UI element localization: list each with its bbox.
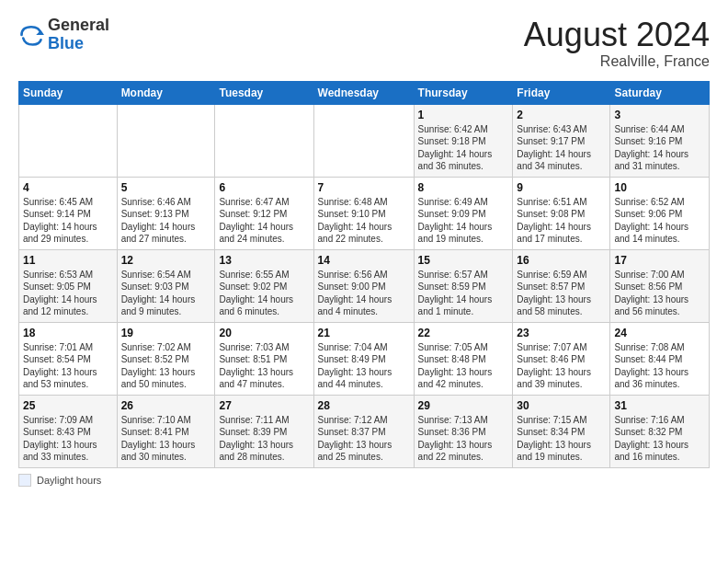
day-info: Sunrise: 7:02 AM Sunset: 8:52 PM Dayligh… xyxy=(121,341,211,391)
day-number: 13 xyxy=(219,254,309,267)
table-row: 7Sunrise: 6:48 AM Sunset: 9:10 PM Daylig… xyxy=(313,177,414,249)
table-row: 13Sunrise: 6:55 AM Sunset: 9:02 PM Dayli… xyxy=(215,249,313,322)
day-number: 26 xyxy=(121,399,211,412)
header-monday: Monday xyxy=(117,81,215,104)
day-number: 5 xyxy=(121,181,211,194)
day-number: 8 xyxy=(418,181,509,194)
table-row: 17Sunrise: 7:00 AM Sunset: 8:56 PM Dayli… xyxy=(610,249,710,322)
day-number: 24 xyxy=(614,327,705,339)
day-info: Sunrise: 6:53 AM Sunset: 9:05 PM Dayligh… xyxy=(23,269,113,318)
table-row: 5Sunrise: 6:46 AM Sunset: 9:13 PM Daylig… xyxy=(117,177,215,249)
table-row xyxy=(117,104,215,177)
day-number: 22 xyxy=(418,327,509,339)
table-row: 18Sunrise: 7:01 AM Sunset: 8:54 PM Dayli… xyxy=(19,322,118,395)
table-row xyxy=(313,104,414,177)
day-number: 29 xyxy=(418,399,509,412)
day-number: 19 xyxy=(121,327,211,339)
header-tuesday: Tuesday xyxy=(215,81,313,104)
title-block: August 2024 Realville, France xyxy=(524,17,710,70)
day-number: 18 xyxy=(23,327,113,339)
table-row: 28Sunrise: 7:12 AM Sunset: 8:37 PM Dayli… xyxy=(313,395,414,467)
day-info: Sunrise: 7:08 AM Sunset: 8:44 PM Dayligh… xyxy=(614,341,705,391)
table-row: 25Sunrise: 7:09 AM Sunset: 8:43 PM Dayli… xyxy=(19,395,118,467)
footer-label: Daylight hours xyxy=(37,475,101,486)
table-row: 2Sunrise: 6:43 AM Sunset: 9:17 PM Daylig… xyxy=(513,104,610,177)
day-number: 10 xyxy=(614,181,705,194)
day-info: Sunrise: 7:03 AM Sunset: 8:51 PM Dayligh… xyxy=(219,341,309,391)
footer-daylight-box xyxy=(18,474,31,487)
day-info: Sunrise: 7:12 AM Sunset: 8:37 PM Dayligh… xyxy=(318,414,410,464)
table-row: 26Sunrise: 7:10 AM Sunset: 8:41 PM Dayli… xyxy=(117,395,215,467)
table-row: 22Sunrise: 7:05 AM Sunset: 8:48 PM Dayli… xyxy=(414,322,513,395)
day-info: Sunrise: 6:47 AM Sunset: 9:12 PM Dayligh… xyxy=(219,196,309,246)
day-number: 16 xyxy=(517,254,606,267)
table-row: 10Sunrise: 6:52 AM Sunset: 9:06 PM Dayli… xyxy=(610,177,710,249)
day-info: Sunrise: 6:49 AM Sunset: 9:09 PM Dayligh… xyxy=(418,196,509,246)
day-info: Sunrise: 6:48 AM Sunset: 9:10 PM Dayligh… xyxy=(318,196,410,246)
table-row: 9Sunrise: 6:51 AM Sunset: 9:08 PM Daylig… xyxy=(513,177,610,249)
header-saturday: Saturday xyxy=(610,81,710,104)
logo-icon xyxy=(18,22,44,48)
day-info: Sunrise: 7:13 AM Sunset: 8:36 PM Dayligh… xyxy=(418,414,509,464)
day-info: Sunrise: 6:56 AM Sunset: 9:00 PM Dayligh… xyxy=(318,269,410,318)
location: Realville, France xyxy=(524,53,710,70)
day-number: 2 xyxy=(517,109,606,121)
day-number: 7 xyxy=(318,181,410,194)
day-number: 20 xyxy=(219,327,309,339)
day-info: Sunrise: 6:44 AM Sunset: 9:16 PM Dayligh… xyxy=(614,123,705,173)
table-row: 31Sunrise: 7:16 AM Sunset: 8:32 PM Dayli… xyxy=(610,395,710,467)
day-info: Sunrise: 6:46 AM Sunset: 9:13 PM Dayligh… xyxy=(121,196,211,246)
month-title: August 2024 xyxy=(524,17,710,53)
day-number: 21 xyxy=(318,327,410,339)
table-row: 4Sunrise: 6:45 AM Sunset: 9:14 PM Daylig… xyxy=(19,177,118,249)
table-row: 16Sunrise: 6:59 AM Sunset: 8:57 PM Dayli… xyxy=(513,249,610,322)
day-number: 27 xyxy=(219,399,309,412)
table-row: 23Sunrise: 7:07 AM Sunset: 8:46 PM Dayli… xyxy=(513,322,610,395)
table-row: 12Sunrise: 6:54 AM Sunset: 9:03 PM Dayli… xyxy=(117,249,215,322)
day-info: Sunrise: 6:43 AM Sunset: 9:17 PM Dayligh… xyxy=(517,123,606,173)
table-row: 30Sunrise: 7:15 AM Sunset: 8:34 PM Dayli… xyxy=(513,395,610,467)
day-number: 17 xyxy=(614,254,705,267)
day-number: 9 xyxy=(517,181,606,194)
table-row: 15Sunrise: 6:57 AM Sunset: 8:59 PM Dayli… xyxy=(414,249,513,322)
table-row: 1Sunrise: 6:42 AM Sunset: 9:18 PM Daylig… xyxy=(414,104,513,177)
day-number: 1 xyxy=(418,109,509,121)
table-row xyxy=(19,104,118,177)
table-row: 29Sunrise: 7:13 AM Sunset: 8:36 PM Dayli… xyxy=(414,395,513,467)
day-info: Sunrise: 6:52 AM Sunset: 9:06 PM Dayligh… xyxy=(614,196,705,246)
day-info: Sunrise: 7:05 AM Sunset: 8:48 PM Dayligh… xyxy=(418,341,509,391)
logo: General Blue xyxy=(18,17,109,53)
calendar-table: Sunday Monday Tuesday Wednesday Thursday… xyxy=(18,81,710,468)
header: General Blue August 2024 Realville, Fran… xyxy=(18,17,710,70)
day-info: Sunrise: 7:15 AM Sunset: 8:34 PM Dayligh… xyxy=(517,414,606,464)
day-number: 15 xyxy=(418,254,509,267)
day-info: Sunrise: 6:54 AM Sunset: 9:03 PM Dayligh… xyxy=(121,269,211,318)
table-row: 21Sunrise: 7:04 AM Sunset: 8:49 PM Dayli… xyxy=(313,322,414,395)
table-row: 6Sunrise: 6:47 AM Sunset: 9:12 PM Daylig… xyxy=(215,177,313,249)
day-number: 28 xyxy=(318,399,410,412)
day-number: 12 xyxy=(121,254,211,267)
header-friday: Friday xyxy=(513,81,610,104)
day-number: 23 xyxy=(517,327,606,339)
day-info: Sunrise: 7:01 AM Sunset: 8:54 PM Dayligh… xyxy=(23,341,113,391)
day-info: Sunrise: 7:00 AM Sunset: 8:56 PM Dayligh… xyxy=(614,269,705,318)
day-number: 11 xyxy=(23,254,113,267)
logo-text: General Blue xyxy=(48,17,109,53)
header-wednesday: Wednesday xyxy=(313,81,414,104)
day-info: Sunrise: 6:59 AM Sunset: 8:57 PM Dayligh… xyxy=(517,269,606,318)
day-info: Sunrise: 7:09 AM Sunset: 8:43 PM Dayligh… xyxy=(23,414,113,464)
table-row: 8Sunrise: 6:49 AM Sunset: 9:09 PM Daylig… xyxy=(414,177,513,249)
header-thursday: Thursday xyxy=(414,81,513,104)
footer: Daylight hours xyxy=(18,474,710,487)
day-info: Sunrise: 6:55 AM Sunset: 9:02 PM Dayligh… xyxy=(219,269,309,318)
day-number: 30 xyxy=(517,399,606,412)
table-row: 11Sunrise: 6:53 AM Sunset: 9:05 PM Dayli… xyxy=(19,249,118,322)
calendar-week-row: 18Sunrise: 7:01 AM Sunset: 8:54 PM Dayli… xyxy=(19,322,710,395)
table-row: 3Sunrise: 6:44 AM Sunset: 9:16 PM Daylig… xyxy=(610,104,710,177)
day-number: 14 xyxy=(318,254,410,267)
day-info: Sunrise: 7:04 AM Sunset: 8:49 PM Dayligh… xyxy=(318,341,410,391)
day-info: Sunrise: 6:57 AM Sunset: 8:59 PM Dayligh… xyxy=(418,269,509,318)
calendar-week-row: 11Sunrise: 6:53 AM Sunset: 9:05 PM Dayli… xyxy=(19,249,710,322)
table-row: 27Sunrise: 7:11 AM Sunset: 8:39 PM Dayli… xyxy=(215,395,313,467)
day-info: Sunrise: 6:45 AM Sunset: 9:14 PM Dayligh… xyxy=(23,196,113,246)
